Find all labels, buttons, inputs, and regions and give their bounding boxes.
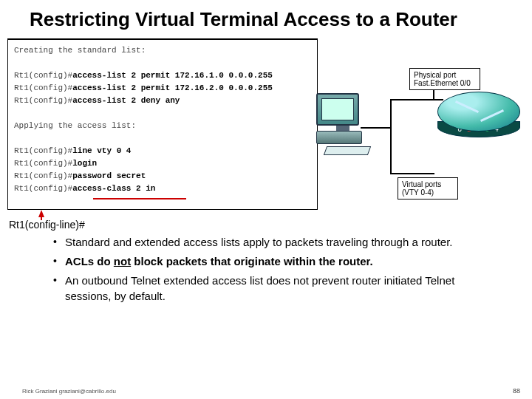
terminal-window: Creating the standard list: Rt1(config)#… [7, 38, 318, 210]
page-number: 88 [513, 387, 520, 395]
terminal-header-create: Creating the standard list: [14, 46, 146, 55]
bullet-text-not: not [114, 255, 131, 267]
wire [390, 99, 434, 100]
bullet-item: Standard and extended access lists apply… [53, 235, 502, 250]
bullet-item: ACLs do not block packets that originate… [53, 254, 502, 269]
cli-cmd: access-class 2 in [72, 184, 155, 193]
cli-prompt: Rt1(config)# [14, 71, 72, 80]
router-icon: 0 1 2 3 4 [437, 92, 520, 139]
cli-prompt: Rt1(config)# [14, 159, 72, 168]
slide-title: Restricting Virtual Terminal Access to a… [30, 9, 510, 31]
cli-prompt: Rt1(config)# [14, 171, 72, 180]
cli-cmd: access-list 2 permit 172.16.1.0 0.0.0.25… [72, 71, 273, 80]
bullet-text: block packets that originate within the … [131, 255, 373, 267]
wire [361, 127, 392, 129]
bullet-item: An outbound Telnet extended access list … [53, 273, 502, 304]
bullet-list: Standard and extended access lists apply… [53, 235, 502, 304]
cli-prompt: Rt1(config)# [14, 96, 72, 105]
cli-prompt: Rt1(config)# [14, 146, 72, 155]
cli-cmd: login [72, 159, 97, 168]
pc-icon [316, 93, 369, 155]
highlight-underline [93, 198, 186, 200]
cli-cmd: access-list 2 permit 172.16.2.0 0.0.0.25… [72, 83, 273, 92]
cli-prompt: Rt1(config)# [14, 184, 72, 193]
cli-cmd: line vty 0 4 [72, 146, 131, 155]
wire [390, 127, 392, 174]
terminal-header-apply: Applying the access list: [14, 121, 136, 130]
figure: Creating the standard list: Rt1(config)#… [7, 38, 525, 223]
footer-author: Rick Graziani graziani@cabrillo.edu [22, 388, 116, 395]
label-virtual-ports: Virtual ports (VTY 0-4) [398, 177, 458, 200]
cli-prompt: Rt1(config)# [14, 83, 72, 92]
label-physical-port: Physical port Fast.Ethernet 0/0 [409, 68, 480, 90]
cli-cmd: password secret [72, 171, 146, 180]
bullet-text: ACLs do [65, 255, 114, 267]
wire [390, 173, 434, 174]
network-diagram: Physical port Fast.Ethernet 0/0 Virtual … [313, 68, 520, 201]
cli-cmd: access-list 2 deny any [72, 96, 180, 105]
prompt-annotation: Rt1(config-line)# [9, 219, 85, 231]
wire [390, 99, 392, 129]
